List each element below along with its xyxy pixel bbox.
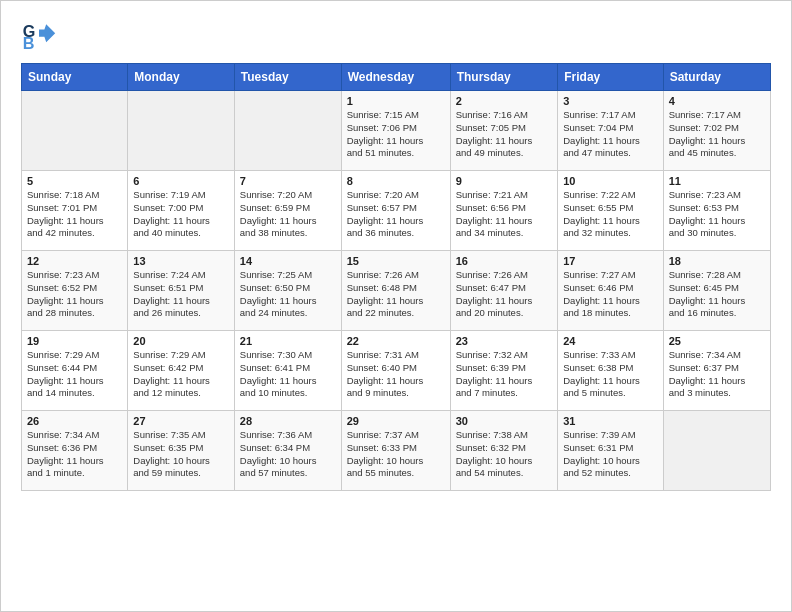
weekday-header-friday: Friday <box>558 64 663 91</box>
day-number: 7 <box>240 175 336 187</box>
day-number: 23 <box>456 335 553 347</box>
calendar-cell: 14Sunrise: 7:25 AM Sunset: 6:50 PM Dayli… <box>234 251 341 331</box>
calendar-cell <box>128 91 235 171</box>
calendar-cell: 29Sunrise: 7:37 AM Sunset: 6:33 PM Dayli… <box>341 411 450 491</box>
calendar-cell: 22Sunrise: 7:31 AM Sunset: 6:40 PM Dayli… <box>341 331 450 411</box>
calendar-cell: 19Sunrise: 7:29 AM Sunset: 6:44 PM Dayli… <box>22 331 128 411</box>
day-info: Sunrise: 7:37 AM Sunset: 6:33 PM Dayligh… <box>347 429 445 480</box>
day-info: Sunrise: 7:39 AM Sunset: 6:31 PM Dayligh… <box>563 429 657 480</box>
day-number: 14 <box>240 255 336 267</box>
day-number: 24 <box>563 335 657 347</box>
weekday-header-thursday: Thursday <box>450 64 558 91</box>
calendar-cell: 15Sunrise: 7:26 AM Sunset: 6:48 PM Dayli… <box>341 251 450 331</box>
day-info: Sunrise: 7:34 AM Sunset: 6:36 PM Dayligh… <box>27 429 122 480</box>
day-number: 6 <box>133 175 229 187</box>
day-info: Sunrise: 7:17 AM Sunset: 7:02 PM Dayligh… <box>669 109 765 160</box>
day-number: 19 <box>27 335 122 347</box>
calendar-cell: 18Sunrise: 7:28 AM Sunset: 6:45 PM Dayli… <box>663 251 770 331</box>
day-info: Sunrise: 7:15 AM Sunset: 7:06 PM Dayligh… <box>347 109 445 160</box>
day-number: 17 <box>563 255 657 267</box>
calendar-cell: 23Sunrise: 7:32 AM Sunset: 6:39 PM Dayli… <box>450 331 558 411</box>
calendar-cell: 26Sunrise: 7:34 AM Sunset: 6:36 PM Dayli… <box>22 411 128 491</box>
day-number: 5 <box>27 175 122 187</box>
calendar-cell: 2Sunrise: 7:16 AM Sunset: 7:05 PM Daylig… <box>450 91 558 171</box>
weekday-header-tuesday: Tuesday <box>234 64 341 91</box>
day-number: 9 <box>456 175 553 187</box>
svg-marker-2 <box>39 24 55 42</box>
weekday-header-monday: Monday <box>128 64 235 91</box>
day-number: 13 <box>133 255 229 267</box>
day-number: 26 <box>27 415 122 427</box>
calendar-cell <box>663 411 770 491</box>
calendar-cell: 25Sunrise: 7:34 AM Sunset: 6:37 PM Dayli… <box>663 331 770 411</box>
day-number: 11 <box>669 175 765 187</box>
day-info: Sunrise: 7:23 AM Sunset: 6:53 PM Dayligh… <box>669 189 765 240</box>
day-info: Sunrise: 7:17 AM Sunset: 7:04 PM Dayligh… <box>563 109 657 160</box>
calendar-cell: 12Sunrise: 7:23 AM Sunset: 6:52 PM Dayli… <box>22 251 128 331</box>
calendar-cell: 1Sunrise: 7:15 AM Sunset: 7:06 PM Daylig… <box>341 91 450 171</box>
day-info: Sunrise: 7:20 AM Sunset: 6:59 PM Dayligh… <box>240 189 336 240</box>
calendar-cell <box>22 91 128 171</box>
calendar-cell: 30Sunrise: 7:38 AM Sunset: 6:32 PM Dayli… <box>450 411 558 491</box>
day-number: 29 <box>347 415 445 427</box>
calendar-header: G B <box>21 17 771 53</box>
day-info: Sunrise: 7:36 AM Sunset: 6:34 PM Dayligh… <box>240 429 336 480</box>
calendar-cell: 24Sunrise: 7:33 AM Sunset: 6:38 PM Dayli… <box>558 331 663 411</box>
day-info: Sunrise: 7:23 AM Sunset: 6:52 PM Dayligh… <box>27 269 122 320</box>
day-info: Sunrise: 7:29 AM Sunset: 6:42 PM Dayligh… <box>133 349 229 400</box>
weekday-header-sunday: Sunday <box>22 64 128 91</box>
day-info: Sunrise: 7:33 AM Sunset: 6:38 PM Dayligh… <box>563 349 657 400</box>
day-info: Sunrise: 7:16 AM Sunset: 7:05 PM Dayligh… <box>456 109 553 160</box>
day-number: 16 <box>456 255 553 267</box>
calendar-cell: 4Sunrise: 7:17 AM Sunset: 7:02 PM Daylig… <box>663 91 770 171</box>
svg-text:B: B <box>23 34 35 52</box>
calendar-cell: 7Sunrise: 7:20 AM Sunset: 6:59 PM Daylig… <box>234 171 341 251</box>
day-number: 12 <box>27 255 122 267</box>
calendar-cell: 5Sunrise: 7:18 AM Sunset: 7:01 PM Daylig… <box>22 171 128 251</box>
day-info: Sunrise: 7:29 AM Sunset: 6:44 PM Dayligh… <box>27 349 122 400</box>
day-info: Sunrise: 7:32 AM Sunset: 6:39 PM Dayligh… <box>456 349 553 400</box>
calendar-cell: 27Sunrise: 7:35 AM Sunset: 6:35 PM Dayli… <box>128 411 235 491</box>
day-number: 25 <box>669 335 765 347</box>
day-number: 28 <box>240 415 336 427</box>
calendar-cell: 21Sunrise: 7:30 AM Sunset: 6:41 PM Dayli… <box>234 331 341 411</box>
day-info: Sunrise: 7:22 AM Sunset: 6:55 PM Dayligh… <box>563 189 657 240</box>
day-info: Sunrise: 7:26 AM Sunset: 6:47 PM Dayligh… <box>456 269 553 320</box>
day-number: 31 <box>563 415 657 427</box>
day-number: 22 <box>347 335 445 347</box>
day-number: 3 <box>563 95 657 107</box>
day-number: 15 <box>347 255 445 267</box>
day-number: 2 <box>456 95 553 107</box>
day-info: Sunrise: 7:24 AM Sunset: 6:51 PM Dayligh… <box>133 269 229 320</box>
calendar-cell: 3Sunrise: 7:17 AM Sunset: 7:04 PM Daylig… <box>558 91 663 171</box>
calendar-cell <box>234 91 341 171</box>
day-info: Sunrise: 7:21 AM Sunset: 6:56 PM Dayligh… <box>456 189 553 240</box>
day-info: Sunrise: 7:19 AM Sunset: 7:00 PM Dayligh… <box>133 189 229 240</box>
calendar-cell: 13Sunrise: 7:24 AM Sunset: 6:51 PM Dayli… <box>128 251 235 331</box>
day-number: 4 <box>669 95 765 107</box>
weekday-header-saturday: Saturday <box>663 64 770 91</box>
day-info: Sunrise: 7:30 AM Sunset: 6:41 PM Dayligh… <box>240 349 336 400</box>
day-info: Sunrise: 7:28 AM Sunset: 6:45 PM Dayligh… <box>669 269 765 320</box>
day-info: Sunrise: 7:34 AM Sunset: 6:37 PM Dayligh… <box>669 349 765 400</box>
logo-icon: G B <box>21 17 57 53</box>
calendar-page: G B SundayMondayTuesdayWednesdayThursday… <box>0 0 792 612</box>
day-number: 30 <box>456 415 553 427</box>
calendar-cell: 11Sunrise: 7:23 AM Sunset: 6:53 PM Dayli… <box>663 171 770 251</box>
calendar-cell: 10Sunrise: 7:22 AM Sunset: 6:55 PM Dayli… <box>558 171 663 251</box>
calendar-cell: 31Sunrise: 7:39 AM Sunset: 6:31 PM Dayli… <box>558 411 663 491</box>
weekday-header-wednesday: Wednesday <box>341 64 450 91</box>
day-info: Sunrise: 7:35 AM Sunset: 6:35 PM Dayligh… <box>133 429 229 480</box>
day-info: Sunrise: 7:25 AM Sunset: 6:50 PM Dayligh… <box>240 269 336 320</box>
day-info: Sunrise: 7:20 AM Sunset: 6:57 PM Dayligh… <box>347 189 445 240</box>
day-number: 21 <box>240 335 336 347</box>
calendar-cell: 8Sunrise: 7:20 AM Sunset: 6:57 PM Daylig… <box>341 171 450 251</box>
day-info: Sunrise: 7:18 AM Sunset: 7:01 PM Dayligh… <box>27 189 122 240</box>
logo: G B <box>21 17 61 53</box>
day-info: Sunrise: 7:26 AM Sunset: 6:48 PM Dayligh… <box>347 269 445 320</box>
calendar-cell: 28Sunrise: 7:36 AM Sunset: 6:34 PM Dayli… <box>234 411 341 491</box>
day-number: 18 <box>669 255 765 267</box>
calendar-cell: 20Sunrise: 7:29 AM Sunset: 6:42 PM Dayli… <box>128 331 235 411</box>
day-info: Sunrise: 7:31 AM Sunset: 6:40 PM Dayligh… <box>347 349 445 400</box>
day-number: 27 <box>133 415 229 427</box>
